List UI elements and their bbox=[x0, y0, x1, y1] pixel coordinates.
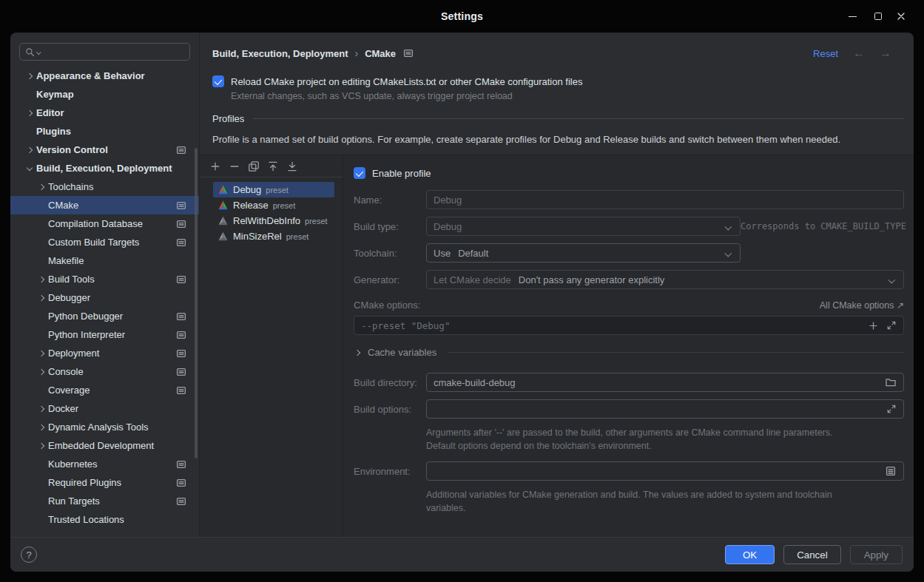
profile-name: Debug bbox=[233, 184, 261, 195]
environment-label: Environment: bbox=[354, 466, 426, 477]
sidebar-item-python-debugger[interactable]: Python Debugger bbox=[10, 307, 199, 325]
expand-editor-icon[interactable] bbox=[886, 320, 897, 331]
folder-icon[interactable] bbox=[885, 376, 897, 388]
sidebar-item-plugins[interactable]: Plugins bbox=[10, 122, 199, 141]
settings-dialog: Appearance & BehaviorKeymapEditorPlugins… bbox=[10, 33, 914, 572]
cmake-options-value: --preset "Debug" bbox=[361, 320, 450, 331]
build-directory-input[interactable]: cmake-build-debug bbox=[426, 373, 904, 392]
sidebar-item-coverage[interactable]: Coverage bbox=[10, 381, 199, 399]
maximize-button[interactable] bbox=[870, 8, 886, 24]
sidebar-item-editor[interactable]: Editor bbox=[10, 104, 199, 122]
chevron-right-icon[interactable] bbox=[24, 107, 36, 119]
sidebar-item-custom-build-targets[interactable]: Custom Build Targets bbox=[10, 233, 199, 251]
in-editor-icon bbox=[176, 145, 186, 155]
cmake-logo-gray-icon bbox=[218, 231, 228, 241]
sidebar-item-console[interactable]: Console bbox=[10, 362, 199, 381]
sidebar-item-trusted-locations[interactable]: Trusted Locations bbox=[10, 510, 199, 529]
chevron-placeholder bbox=[36, 237, 48, 248]
move-down-button[interactable] bbox=[286, 160, 298, 172]
chevron-right-icon[interactable] bbox=[36, 348, 48, 359]
generator-row: Generator: Let CMake decide Don't pass a… bbox=[354, 270, 904, 289]
chevron-placeholder bbox=[36, 218, 48, 230]
sidebar-item-label: Python Interpreter bbox=[48, 329, 125, 340]
sidebar-item-cmake[interactable]: CMake bbox=[10, 196, 199, 214]
breadcrumb-item-build-execution-deployment[interactable]: Build, Execution, Deployment bbox=[212, 48, 348, 59]
sidebar-item-build-execution-deployment[interactable]: Build, Execution, Deployment bbox=[10, 159, 199, 177]
all-cmake-options-link[interactable]: All CMake options ↗ bbox=[820, 300, 904, 311]
sidebar-item-label: Compilation Database bbox=[48, 218, 143, 229]
chevron-right-icon[interactable] bbox=[24, 144, 36, 156]
chevron-placeholder bbox=[24, 89, 36, 101]
move-up-button[interactable] bbox=[267, 160, 279, 172]
ok-button[interactable]: OK bbox=[725, 545, 775, 564]
breadcrumb: Build, Execution, Deployment › CMake bbox=[212, 47, 414, 59]
profile-item-release[interactable]: Releasepreset bbox=[213, 197, 334, 213]
sidebar-item-appearance-behavior[interactable]: Appearance & Behavior bbox=[10, 67, 199, 85]
environment-input[interactable] bbox=[426, 461, 904, 481]
name-input[interactable]: Debug bbox=[426, 190, 904, 209]
add-option-icon[interactable] bbox=[868, 320, 879, 331]
apply-button[interactable]: Apply bbox=[850, 545, 903, 564]
breadcrumb-item-cmake: CMake bbox=[365, 48, 396, 59]
chevron-right-icon[interactable] bbox=[36, 292, 48, 304]
sidebar-item-makefile[interactable]: Makefile bbox=[10, 251, 199, 270]
minimize-icon bbox=[849, 16, 857, 17]
expand-editor-icon[interactable] bbox=[886, 404, 897, 414]
build-type-value: Debug bbox=[434, 221, 462, 232]
profile-item-minsizerel[interactable]: MinSizeRelpreset bbox=[213, 229, 334, 244]
chevron-right-icon[interactable] bbox=[24, 70, 36, 82]
sidebar-item-build-tools[interactable]: Build Tools bbox=[10, 270, 199, 288]
settings-search[interactable] bbox=[19, 43, 190, 61]
close-button[interactable] bbox=[896, 8, 912, 24]
minimize-button[interactable] bbox=[844, 8, 860, 24]
in-editor-icon bbox=[176, 311, 186, 322]
sidebar-item-kubernetes[interactable]: Kubernetes bbox=[10, 455, 199, 473]
sidebar-item-embedded-development[interactable]: Embedded Development bbox=[10, 436, 199, 455]
sidebar-item-deployment[interactable]: Deployment bbox=[10, 344, 199, 362]
build-options-input[interactable] bbox=[426, 399, 904, 419]
search-input[interactable] bbox=[43, 46, 185, 58]
sidebar-item-dynamic-analysis-tools[interactable]: Dynamic Analysis Tools bbox=[10, 418, 199, 436]
chevron-right-icon[interactable] bbox=[36, 366, 48, 378]
sidebar-item-debugger[interactable]: Debugger bbox=[10, 288, 199, 307]
reload-checkbox[interactable] bbox=[212, 75, 224, 87]
reset-button[interactable]: Reset bbox=[813, 48, 838, 59]
chevron-right-icon[interactable] bbox=[36, 403, 48, 415]
sidebar-item-toolchains[interactable]: Toolchains bbox=[10, 177, 199, 196]
chevron-down-icon[interactable] bbox=[24, 163, 36, 175]
toolchain-select[interactable]: Use Default bbox=[426, 243, 741, 263]
sidebar-item-version-control[interactable]: Version Control bbox=[10, 141, 199, 159]
variables-list-icon[interactable] bbox=[885, 465, 897, 477]
chevron-right-icon[interactable] bbox=[36, 274, 48, 285]
enable-profile-checkbox[interactable] bbox=[354, 167, 365, 179]
remove-button[interactable] bbox=[229, 160, 240, 172]
cache-variables-section[interactable]: Cache variables bbox=[354, 347, 904, 358]
cancel-button[interactable]: Cancel bbox=[783, 545, 841, 564]
add-button[interactable] bbox=[209, 160, 221, 172]
profile-item-debug[interactable]: Debugpreset bbox=[213, 182, 334, 197]
sidebar-item-label: Trusted Locations bbox=[48, 514, 124, 525]
chevron-right-icon[interactable] bbox=[36, 440, 48, 452]
sidebar-item-python-interpreter[interactable]: Python Interpreter bbox=[10, 325, 199, 344]
profile-item-relwithdebinfo[interactable]: RelWithDebInfopreset bbox=[213, 213, 334, 229]
forward-arrow-icon[interactable]: → bbox=[880, 47, 891, 59]
name-row: Name: Debug bbox=[354, 190, 904, 209]
back-arrow-icon[interactable]: ← bbox=[853, 47, 865, 59]
toolchain-row: Toolchain: Use Default bbox=[354, 243, 904, 263]
sidebar-item-label: Plugins bbox=[36, 126, 71, 137]
sidebar-item-run-targets[interactable]: Run Targets bbox=[10, 492, 199, 510]
chevron-right-icon[interactable] bbox=[36, 422, 48, 433]
in-editor-icon bbox=[176, 478, 186, 488]
sidebar-item-required-plugins[interactable]: Required Plugins bbox=[10, 473, 199, 492]
sidebar-item-compilation-database[interactable]: Compilation Database bbox=[10, 214, 199, 233]
sidebar-item-docker[interactable]: Docker bbox=[10, 399, 199, 418]
chevron-right-icon[interactable] bbox=[36, 181, 48, 193]
cmake-options-input[interactable]: --preset "Debug" bbox=[354, 316, 904, 335]
sidebar-item-keymap[interactable]: Keymap bbox=[10, 85, 199, 104]
help-button[interactable]: ? bbox=[21, 547, 37, 563]
copy-button[interactable] bbox=[248, 160, 260, 172]
build-type-select[interactable]: Debug bbox=[426, 217, 741, 236]
sidebar-scrollbar[interactable] bbox=[195, 148, 198, 459]
generator-select[interactable]: Let CMake decide Don't pass any generato… bbox=[426, 270, 904, 289]
build-directory-value: cmake-build-debug bbox=[434, 377, 516, 388]
